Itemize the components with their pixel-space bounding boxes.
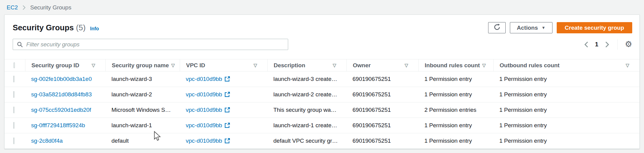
security-group-id-link[interactable]: sg-002fe10b00db3a1e0 — [31, 76, 92, 82]
description-cell: launch-wizard-1 create… — [267, 122, 346, 129]
description-cell: launch-wizard-2 create… — [267, 91, 346, 98]
security-group-name-cell: launch-wizard-1 — [105, 122, 180, 129]
breadcrumb: EC2 Security Groups — [0, 0, 644, 11]
description-cell: This security group wa… — [267, 107, 346, 113]
outbound-rules-count-cell: 1 Permission entry — [493, 91, 639, 98]
security-group-id-link[interactable]: sg-03a5821d08d84fb83 — [31, 91, 92, 98]
sort-icon[interactable]: ▽ — [253, 63, 257, 68]
filter-box — [13, 39, 288, 50]
row-checkbox[interactable] — [14, 138, 14, 144]
search-icon — [17, 42, 23, 48]
refresh-icon — [494, 24, 501, 32]
toolbar: Actions ▼ Create security group — [488, 22, 632, 33]
page-title: Security Groups (5) — [13, 23, 85, 32]
owner-cell: 690190675251 — [346, 122, 418, 129]
actions-button[interactable]: Actions ▼ — [510, 22, 552, 33]
owner-cell: 690190675251 — [346, 107, 418, 113]
breadcrumb-chevron-icon — [22, 5, 26, 10]
resource-count: (5) — [76, 23, 86, 32]
outbound-rules-count-cell: 1 Permission entry — [493, 122, 639, 129]
sort-icon[interactable]: ▽ — [626, 63, 629, 68]
external-link-icon — [224, 76, 230, 82]
settings-gear-icon[interactable]: ⚙ — [625, 40, 632, 48]
row-checkbox[interactable] — [14, 122, 14, 129]
sort-icon[interactable]: ▽ — [92, 63, 95, 68]
security-group-name-cell: Microsoft Windows Se… — [105, 107, 180, 113]
row-checkbox[interactable] — [14, 76, 14, 82]
column-header-outbound-rules-count: Outbound rules count — [500, 62, 559, 69]
external-link-icon — [224, 138, 230, 144]
inbound-rules-count-cell: 1 Permission entry — [418, 91, 493, 98]
chevron-right-icon — [605, 41, 610, 48]
create-security-group-button[interactable]: Create security group — [557, 22, 632, 33]
owner-cell: 690190675251 — [346, 91, 418, 98]
description-cell: launch-wizard-3 create… — [267, 76, 346, 82]
table-body: sg-002fe10b00db3a1e0 launch-wizard-3 vpc… — [5, 72, 639, 149]
vpc-id-link[interactable]: vpc-d010d9bb — [186, 107, 222, 113]
owner-cell: 690190675251 — [346, 138, 418, 144]
security-group-id-link[interactable]: sg-2c8d0f4a — [31, 138, 63, 144]
description-cell: default VPC security gr… — [267, 138, 346, 144]
outbound-rules-count-cell: 1 Permission entry — [493, 107, 639, 113]
current-page-number: 1 — [595, 41, 598, 48]
inbound-rules-count-cell: 1 Permission entry — [418, 76, 493, 82]
security-group-id-link[interactable]: sg-075cc5920d1edb20f — [31, 107, 91, 113]
sort-icon[interactable]: ▽ — [404, 63, 408, 68]
column-header-security-group-name: Security group name — [112, 62, 169, 69]
outbound-rules-count-cell: 1 Permission entry — [493, 76, 639, 82]
next-page-button[interactable] — [604, 41, 610, 48]
security-group-id-link[interactable]: sg-0fff729418ff5924b — [31, 122, 85, 128]
pagination-divider — [617, 39, 618, 50]
inbound-rules-count-cell: 1 Permission entry — [418, 122, 493, 129]
breadcrumb-ec2-link[interactable]: EC2 — [7, 4, 18, 11]
sort-icon[interactable]: ▽ — [171, 63, 175, 68]
column-header-owner: Owner — [353, 62, 371, 69]
refresh-button[interactable] — [488, 22, 506, 33]
inbound-rules-count-cell: 2 Permission entries — [418, 107, 493, 113]
previous-page-button[interactable] — [583, 41, 589, 48]
vpc-id-link[interactable]: vpc-d010d9bb — [186, 122, 222, 129]
filter-security-groups-input[interactable] — [13, 39, 288, 50]
sort-icon[interactable]: ▽ — [482, 63, 486, 68]
table-row: sg-03a5821d08d84fb83 launch-wizard-2 vpc… — [5, 87, 639, 102]
column-header-security-group-id: Security group ID — [31, 62, 79, 69]
external-link-icon — [224, 107, 230, 113]
row-checkbox[interactable] — [14, 91, 14, 98]
security-group-name-cell: launch-wizard-3 — [105, 76, 180, 82]
row-checkbox[interactable] — [14, 107, 14, 113]
column-header-inbound-rules-count: Inbound rules count — [425, 62, 480, 69]
actions-button-label: Actions — [517, 25, 538, 31]
table-row: sg-002fe10b00db3a1e0 launch-wizard-3 vpc… — [5, 72, 639, 87]
security-groups-panel: Security Groups (5) Info Actions ▼ Creat… — [4, 15, 640, 149]
info-link[interactable]: Info — [90, 26, 99, 32]
inbound-rules-count-cell: 1 Permission entry — [418, 138, 493, 144]
controls-row: 1 ⚙ — [5, 39, 639, 50]
column-header-vpc-id: VPC ID — [186, 62, 205, 69]
table-row: sg-075cc5920d1edb20f Microsoft Windows S… — [5, 102, 639, 118]
external-link-icon — [224, 123, 230, 128]
vpc-id-link[interactable]: vpc-d010d9bb — [186, 91, 222, 98]
pagination: 1 ⚙ — [583, 39, 632, 50]
external-link-icon — [224, 92, 230, 97]
select-all-checkbox[interactable] — [14, 62, 15, 68]
vpc-id-link[interactable]: vpc-d010d9bb — [186, 76, 222, 82]
table-header-row: Security group ID▽ Security group name▽ … — [5, 59, 639, 72]
vpc-id-link[interactable]: vpc-d010d9bb — [186, 138, 222, 144]
sort-icon[interactable]: ▽ — [333, 63, 336, 68]
security-group-name-cell: launch-wizard-2 — [105, 91, 180, 98]
table-row: sg-0fff729418ff5924b launch-wizard-1 vpc… — [5, 118, 639, 133]
panel-header: Security Groups (5) Info Actions ▼ Creat… — [5, 15, 639, 33]
owner-cell: 690190675251 — [346, 76, 418, 82]
outbound-rules-count-cell: 1 Permission entry — [493, 138, 639, 144]
breadcrumb-current: Security Groups — [30, 4, 71, 11]
table-row: sg-2c8d0f4a default vpc-d010d9bb default… — [5, 133, 639, 149]
security-groups-table: Security group ID▽ Security group name▽ … — [5, 59, 639, 149]
chevron-down-icon: ▼ — [542, 26, 546, 30]
chevron-left-icon — [584, 41, 588, 48]
security-group-name-cell: default — [105, 138, 180, 144]
column-header-description: Description — [274, 62, 305, 69]
